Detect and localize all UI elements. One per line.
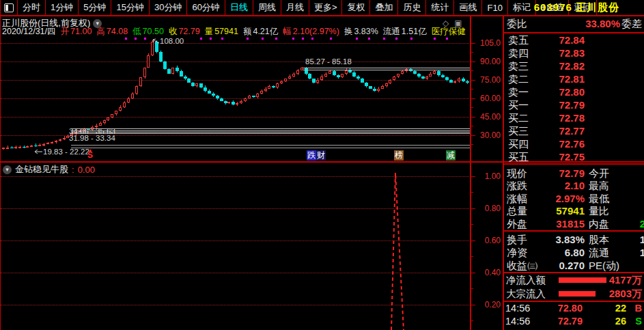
event-tag[interactable]: 减	[446, 150, 456, 161]
field-label: 幅	[283, 27, 292, 36]
tick-time: 14:56	[505, 302, 530, 315]
menu-item-13[interactable]: 历史	[397, 0, 425, 15]
money-flow: 净流入额 4177万大宗流入 2803万	[504, 273, 644, 302]
menu-item-5[interactable]: 30分钟	[149, 0, 186, 15]
menu-item-2[interactable]: 1分钟	[45, 0, 78, 15]
menu-item-8[interactable]: 周线	[253, 0, 281, 15]
signal-dot	[262, 38, 264, 40]
indicator-header: ▾ 金钻稳见牛股 : 0.00	[3, 163, 95, 176]
candle	[232, 102, 235, 105]
book-price[interactable]: 72.79	[559, 98, 585, 111]
candle	[127, 98, 130, 102]
indicator-pane[interactable]: ▾ 金钻稳见牛股 : 0.00	[0, 162, 471, 330]
candle	[417, 74, 421, 77]
detail-cell: 涨跌	[507, 180, 527, 192]
event-tag[interactable]: 榜	[394, 150, 404, 161]
candle	[248, 96, 251, 98]
book-price[interactable]: 72.83	[559, 46, 585, 59]
field-value: 74.08	[107, 27, 128, 36]
detail-cell: 2.97%	[555, 193, 585, 205]
detail-row: 总量57941量比	[504, 205, 644, 217]
buy-signal-marker: ▲ S	[86, 148, 94, 159]
sector-tag[interactable]: 医疗保健	[432, 27, 466, 36]
menu-item-15[interactable]: 画线	[453, 0, 481, 15]
candle	[466, 81, 469, 83]
panel-icon[interactable]: ▣	[454, 18, 467, 28]
candle	[449, 80, 453, 83]
candle	[14, 147, 17, 148]
detail-cell: 3.83%	[555, 233, 585, 246]
candle	[328, 71, 331, 74]
signal-dot	[210, 38, 212, 40]
field-value: 70.50	[143, 27, 164, 36]
menu-item-10[interactable]: 更多>	[309, 0, 342, 15]
field-label: 低	[132, 27, 141, 36]
candle	[308, 74, 311, 79]
book-price[interactable]: 72.76	[559, 137, 585, 150]
book-price[interactable]: 72.77	[559, 124, 585, 137]
tick-price: 72.79	[558, 315, 583, 328]
field-value: 57941	[214, 27, 238, 36]
menu-item-3[interactable]: 5分钟	[78, 0, 111, 15]
candle	[159, 52, 163, 61]
band-annotation-31: 31.98 - 33.34	[69, 134, 115, 142]
signal-dot	[330, 38, 332, 40]
tick-side: B	[635, 302, 642, 315]
candle	[260, 91, 263, 94]
book-price[interactable]: 72.78	[559, 111, 585, 124]
flow-bar	[559, 277, 606, 283]
menu-item-4[interactable]: 15分钟	[111, 0, 148, 15]
axis-label: 45.00	[480, 112, 501, 122]
book-label: 卖四	[508, 46, 529, 59]
candle	[131, 94, 134, 98]
signal-dot	[368, 38, 370, 40]
menu-item-11[interactable]: 复权	[341, 0, 369, 15]
candle	[324, 74, 327, 77]
menu-item-17[interactable]: 标记	[507, 0, 535, 15]
menu-item-16[interactable]: F10	[481, 0, 507, 15]
flow-row: 大宗流入 2803万	[504, 287, 644, 301]
signal-dot	[302, 38, 304, 40]
stock-trading-app: 分时1分钟5分钟15分钟30分钟60分钟日线周线月线更多>复权叠加历史统计画线F…	[0, 0, 644, 330]
candle	[437, 71, 440, 74]
book-price[interactable]: 72.75	[559, 150, 585, 163]
book-price[interactable]: 72.81	[559, 72, 585, 85]
detail-cell: 72.79	[559, 167, 585, 180]
candle	[292, 74, 295, 77]
layout-icon[interactable]	[0, 0, 17, 15]
band-annotation-85: 85.27 - 85.18	[305, 57, 352, 66]
detail-cell: 6.80	[565, 246, 585, 259]
menu-items: 分时1分钟5分钟15分钟30分钟60分钟日线周线月线更多>复权叠加历史统计画线F…	[0, 0, 597, 15]
band-line-35	[71, 128, 471, 129]
candle	[103, 120, 106, 123]
candle	[99, 123, 102, 126]
menu-item-9[interactable]: 月线	[281, 0, 309, 15]
menu-item-7[interactable]: 日线	[225, 0, 253, 15]
book-row: 卖三 72.82	[504, 59, 644, 72]
menu-item-1[interactable]: 分时	[17, 0, 45, 15]
menu-item-12[interactable]: 叠加	[369, 0, 397, 15]
tick-row: 14:56 72.79 26 S	[504, 315, 644, 328]
menu-item-14[interactable]: 统计	[425, 0, 453, 15]
candle	[393, 77, 395, 80]
axis-label: 0.60	[485, 236, 501, 245]
candle	[135, 86, 138, 94]
book-price[interactable]: 72.82	[559, 59, 585, 72]
candle	[385, 83, 388, 86]
menu-item-6[interactable]: 60分钟	[186, 0, 224, 15]
flow-label: 净流入额	[506, 273, 546, 287]
candle	[26, 146, 29, 148]
event-tag[interactable]: 财	[316, 150, 326, 161]
chevron-down-icon[interactable]: ▾	[3, 165, 12, 174]
candle	[208, 91, 211, 94]
book-price[interactable]: 72.84	[559, 33, 585, 46]
candle	[46, 143, 49, 144]
candle	[123, 102, 126, 107]
signal-dot	[144, 38, 146, 40]
book-row: 买五 72.75	[504, 150, 644, 163]
band-line-19	[71, 148, 471, 148]
diamond-icon[interactable]: ◇	[443, 18, 454, 28]
book-price[interactable]: 72.80	[559, 85, 585, 98]
event-tag[interactable]: 跌	[307, 150, 316, 161]
candle	[361, 79, 364, 82]
